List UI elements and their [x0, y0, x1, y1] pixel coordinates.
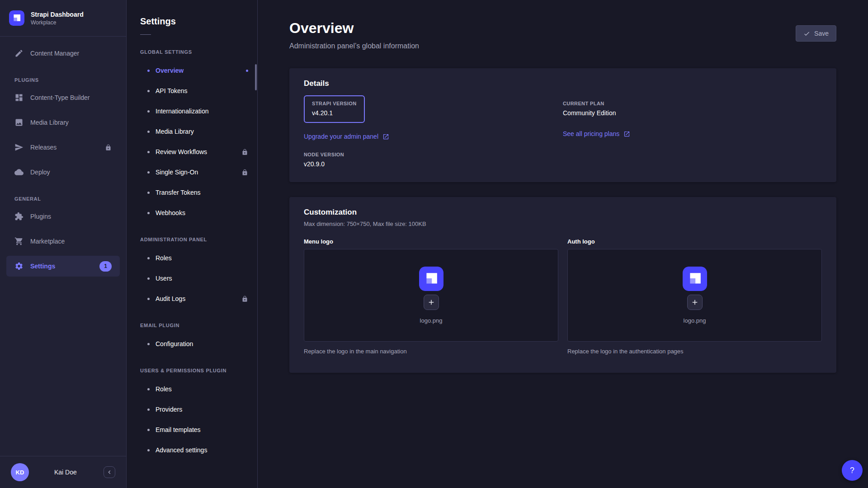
subnav-section-email-plugin: EMAIL PLUGIN: [140, 323, 257, 328]
bullet-icon: [147, 171, 150, 174]
details-right-column: CURRENT PLAN Community Edition See all p…: [563, 95, 822, 168]
menu-logo-dropzone[interactable]: logo.png: [304, 249, 558, 342]
settings-sub-nav: Settings GLOBAL SETTINGS Overview API To…: [127, 0, 258, 488]
add-auth-logo-button[interactable]: [687, 295, 703, 310]
subnav-item-advanced-settings[interactable]: Advanced settings: [127, 441, 257, 460]
subnav-item-configuration[interactable]: Configuration: [127, 334, 257, 353]
nav-item-label: Plugins: [30, 213, 51, 220]
auth-logo-dropzone[interactable]: logo.png: [567, 249, 822, 342]
content-header: Overview Administration panel’s global i…: [289, 20, 836, 50]
bullet-icon: [147, 257, 150, 259]
subnav-item-audit-logs[interactable]: Audit Logs: [127, 289, 257, 308]
strapi-logo-icon: [9, 10, 24, 26]
nav-item-label: Deploy: [30, 169, 50, 176]
nav-item-content-manager[interactable]: Content Manager: [6, 43, 120, 64]
logo-upload-row: Menu logo logo.png Replace the logo in t…: [304, 238, 822, 355]
subnav-item-media-library[interactable]: Media Library: [127, 122, 257, 141]
sub-nav-divider: [140, 34, 151, 35]
subnav-item-webhooks[interactable]: Webhooks: [127, 203, 257, 222]
customization-title: Customization: [304, 208, 822, 217]
pricing-plans-link[interactable]: See all pricing plans: [563, 130, 630, 137]
nav-item-label: Settings: [30, 263, 55, 270]
lock-icon: [241, 149, 248, 155]
subnav-section-global-settings: GLOBAL SETTINGS: [140, 49, 257, 55]
subnav-item-overview[interactable]: Overview: [127, 61, 257, 80]
subnav-item-single-sign-on[interactable]: Single Sign-On: [127, 163, 257, 182]
bullet-icon: [147, 70, 150, 72]
strapi-version-value: v4.20.1: [312, 109, 357, 117]
details-card: Details STRAPI VERSION v4.20.1 Upgrade y…: [289, 68, 836, 182]
bullet-icon: [147, 298, 150, 300]
auth-logo-label: Auth logo: [567, 238, 822, 245]
layout-icon: [14, 93, 24, 102]
cart-icon: [14, 237, 24, 246]
subnav-item-email-templates[interactable]: Email templates: [127, 420, 257, 439]
subnav-item-internationalization[interactable]: Internationalization: [127, 102, 257, 121]
subnav-item-transfer-tokens[interactable]: Transfer Tokens: [127, 183, 257, 202]
nav-item-label: Content Manager: [30, 50, 79, 57]
user-row: KD Kai Doe: [0, 456, 126, 488]
collapse-sidebar-button[interactable]: [104, 466, 115, 478]
bullet-icon: [147, 90, 150, 92]
bullet-icon: [147, 408, 150, 411]
nav-item-marketplace[interactable]: Marketplace: [6, 231, 120, 252]
gear-icon: [14, 262, 24, 271]
subnav-scrollbar-thumb[interactable]: [255, 64, 257, 90]
workspace-subtitle: Workplace: [31, 19, 84, 26]
lock-icon: [105, 144, 112, 151]
nav-item-settings[interactable]: Settings 1: [6, 256, 120, 277]
subnav-item-api-tokens[interactable]: API Tokens: [127, 81, 257, 100]
paper-plane-icon: [14, 143, 24, 152]
plus-icon: [427, 298, 435, 306]
avatar[interactable]: KD: [11, 463, 29, 481]
nav-item-deploy[interactable]: Deploy: [6, 162, 120, 183]
bullet-icon: [147, 212, 150, 214]
check-icon: [803, 30, 810, 37]
strapi-version-box: STRAPI VERSION v4.20.1: [304, 95, 365, 123]
subnav-item-admin-roles[interactable]: Roles: [127, 249, 257, 267]
external-link-icon: [623, 131, 630, 137]
help-button-label: ?: [850, 466, 854, 475]
brand-text: Strapi Dashboard Workplace: [31, 11, 84, 26]
node-version-value: v20.9.0: [304, 160, 563, 168]
nav-item-label: Content-Type Builder: [30, 94, 90, 101]
subnav-item-review-workflows[interactable]: Review Workflows: [127, 142, 257, 161]
customization-card: Customization Max dimension: 750×750, Ma…: [289, 197, 836, 373]
image-icon: [14, 118, 24, 127]
add-menu-logo-button[interactable]: [424, 295, 439, 310]
auth-logo-field: Auth logo logo.png Replace the logo in t…: [567, 238, 822, 355]
lock-icon: [241, 169, 248, 176]
nav-item-label: Releases: [30, 144, 57, 151]
sub-nav-title: Settings: [140, 15, 257, 27]
current-plan-block: CURRENT PLAN Community Edition: [563, 95, 822, 117]
subnav-section-administration-panel: ADMINISTRATION PANEL: [140, 237, 257, 242]
strapi-version-label: STRAPI VERSION: [312, 101, 357, 106]
subnav-item-up-roles[interactable]: Roles: [127, 380, 257, 399]
external-link-icon: [382, 133, 389, 140]
help-button[interactable]: ?: [842, 460, 863, 481]
details-left-column: STRAPI VERSION v4.20.1 Upgrade your admi…: [304, 95, 563, 168]
bullet-icon: [147, 343, 150, 345]
subnav-item-admin-users[interactable]: Users: [127, 269, 257, 288]
nav-item-releases[interactable]: Releases: [6, 137, 120, 158]
save-button[interactable]: Save: [796, 25, 836, 42]
puzzle-icon: [14, 212, 24, 221]
nav-item-label: Marketplace: [30, 238, 65, 245]
bullet-icon: [147, 449, 150, 451]
user-name: Kai Doe: [54, 469, 77, 476]
nav-item-content-type-builder[interactable]: Content-Type Builder: [6, 87, 120, 108]
nav-item-media-library[interactable]: Media Library: [6, 112, 120, 133]
node-version-label: NODE VERSION: [304, 152, 563, 157]
nav-section-general: GENERAL: [14, 196, 120, 202]
workspace-switcher[interactable]: Strapi Dashboard Workplace: [0, 0, 126, 37]
bullet-icon: [147, 388, 150, 390]
subnav-item-providers[interactable]: Providers: [127, 400, 257, 419]
main-nav-list: Content Manager PLUGINS Content-Type Bui…: [0, 37, 126, 456]
workspace-title: Strapi Dashboard: [31, 11, 84, 18]
strapi-logo-icon: [419, 267, 443, 291]
nav-item-plugins[interactable]: Plugins: [6, 206, 120, 227]
page-title: Overview: [289, 20, 419, 37]
settings-notification-badge: 1: [99, 261, 112, 272]
upgrade-admin-panel-link[interactable]: Upgrade your admin panel: [304, 133, 389, 140]
details-grid: STRAPI VERSION v4.20.1 Upgrade your admi…: [304, 95, 822, 168]
